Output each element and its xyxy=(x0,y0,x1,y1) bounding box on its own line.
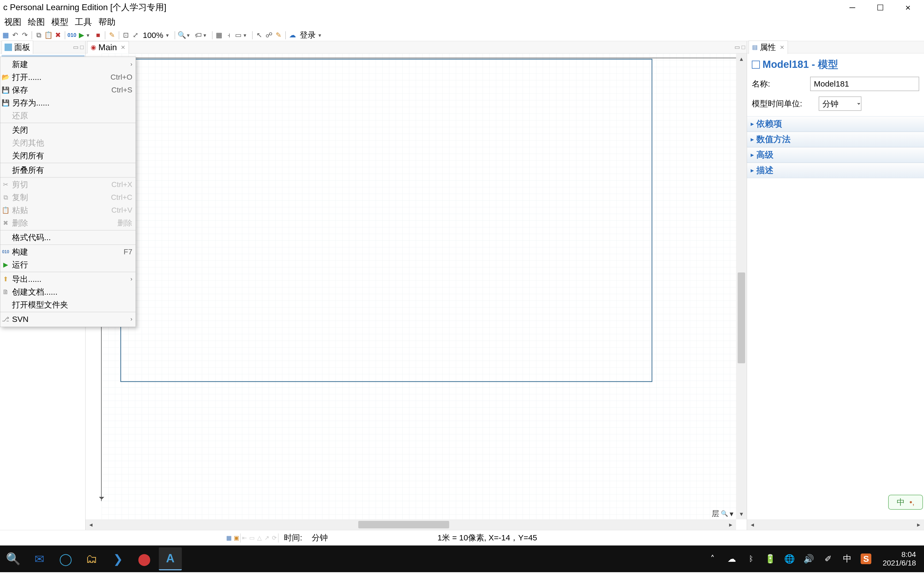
tray-pen-icon[interactable]: ✐ xyxy=(822,553,834,565)
menu-tools[interactable]: 工具 xyxy=(72,15,95,30)
prop-name-input[interactable] xyxy=(810,77,919,91)
connector-icon[interactable]: ☍ xyxy=(265,31,273,40)
zoom-fit-icon[interactable]: ⤢ xyxy=(131,31,140,40)
ctx-close-all[interactable]: 关闭所有 xyxy=(0,149,136,162)
layout-dropdown-icon[interactable]: ▾ xyxy=(244,32,250,39)
ctx-run[interactable]: ▶ 运行 xyxy=(0,258,136,271)
login-link[interactable]: 登录 xyxy=(297,30,318,40)
copy-icon[interactable]: ⧉ xyxy=(34,31,43,40)
scroll-left-icon[interactable]: ◂ xyxy=(747,521,758,529)
ctx-collapse-all[interactable]: 折叠所有 xyxy=(0,164,136,177)
ime-indicator[interactable]: 中 •, xyxy=(888,495,923,510)
canvas[interactable]: 层 🔍 ▾ ▴ ▾ ◂ ▸ xyxy=(86,53,747,530)
ctx-new[interactable]: 新建 › xyxy=(0,58,136,71)
horizontal-scrollbar[interactable]: ◂ ▸ xyxy=(86,519,736,530)
tag-dropdown-icon[interactable]: ▾ xyxy=(204,32,210,39)
menu-help[interactable]: 帮助 xyxy=(95,15,119,30)
pointer-icon[interactable]: ↖ xyxy=(255,31,264,40)
tray-bluetooth-icon[interactable]: ᛒ xyxy=(745,553,757,565)
prop-timeunit-select[interactable]: 分钟 xyxy=(819,97,861,111)
tab-panel[interactable]: 面板 xyxy=(2,40,33,54)
taskbar-anylogic[interactable]: A xyxy=(159,547,182,570)
redo-icon[interactable]: ↷ xyxy=(20,31,29,40)
tray-onedrive-icon[interactable]: ☁ xyxy=(726,553,738,565)
paste-icon[interactable]: 📋 xyxy=(44,31,53,40)
login-dropdown-icon[interactable]: ▾ xyxy=(318,32,325,39)
tray-sogou-icon[interactable]: S xyxy=(861,553,871,564)
section-advanced[interactable]: ▸ 高级 xyxy=(747,147,924,163)
stop-icon[interactable]: ■ xyxy=(94,31,103,40)
taskbar-edge[interactable]: ◯ xyxy=(54,547,77,570)
tab-main[interactable]: ◉ Main ⨯ xyxy=(87,41,129,53)
align-icon[interactable]: ⫞ xyxy=(224,31,233,40)
run-dropdown-icon[interactable]: ▾ xyxy=(87,32,93,39)
maximize-button[interactable]: ☐ xyxy=(872,2,889,13)
edit-icon[interactable]: ✎ xyxy=(107,31,116,40)
grid-icon[interactable]: ▦ xyxy=(215,31,224,40)
status-icon-1[interactable]: ▦ xyxy=(225,534,233,542)
ctx-close[interactable]: 关闭 xyxy=(0,124,136,137)
tray-volume-icon[interactable]: 🔊 xyxy=(803,553,815,565)
vertical-scrollbar[interactable]: ▴ ▾ xyxy=(736,53,747,519)
ctx-format-code[interactable]: 格式代码... xyxy=(0,231,136,244)
ctx-build[interactable]: 010 构建 F7 xyxy=(0,245,136,258)
tab-properties[interactable]: ▤ 属性 ⨯ xyxy=(749,40,788,54)
taskbar-clock[interactable]: 8:04 2021/6/18 xyxy=(879,550,920,567)
section-dependencies[interactable]: ▸ 依赖项 xyxy=(747,116,924,132)
layer-control[interactable]: 层 🔍 ▾ xyxy=(712,509,733,519)
taskbar-explorer[interactable]: 🗂 xyxy=(80,547,103,570)
taskbar-record[interactable]: ⬤ xyxy=(132,547,156,570)
section-description[interactable]: ▸ 描述 xyxy=(747,163,924,178)
tray-ime-icon[interactable]: 中 xyxy=(842,553,853,565)
search-dropdown-icon[interactable]: ▾ xyxy=(187,32,193,39)
delete-icon[interactable]: ✖ xyxy=(53,31,63,40)
layer-dropdown-icon[interactable]: ▾ xyxy=(730,509,733,518)
restore-panel-icon[interactable]: □ xyxy=(80,44,84,51)
menu-view[interactable]: 视图 xyxy=(1,15,24,30)
taskbar-arrow-app[interactable]: ❯ xyxy=(107,547,129,570)
layer-search-icon[interactable]: 🔍 xyxy=(721,510,728,517)
highlight-icon[interactable]: ✎ xyxy=(274,31,283,40)
zoom-reset-icon[interactable]: ⊡ xyxy=(121,31,131,40)
undo-icon[interactable]: ↶ xyxy=(11,31,20,40)
ctx-save-as[interactable]: 💾 另存为...... xyxy=(0,97,136,109)
ctx-svn[interactable]: ⎇ SVN › xyxy=(0,313,136,326)
build-icon[interactable]: 010 xyxy=(67,31,76,40)
menu-model[interactable]: 模型 xyxy=(48,15,72,30)
minimize-editor-icon[interactable]: ▭ xyxy=(735,44,740,51)
menu-draw[interactable]: 绘图 xyxy=(24,15,48,30)
layout-icon[interactable]: ▭ xyxy=(234,31,243,40)
zoom-level[interactable]: 100% xyxy=(141,31,165,40)
close-tab-icon[interactable]: ⨯ xyxy=(780,44,784,51)
run-icon[interactable]: ▶ xyxy=(77,31,86,40)
minimize-button[interactable]: ─ xyxy=(844,2,861,13)
section-numeric[interactable]: ▸ 数值方法 xyxy=(747,132,924,147)
ctx-export[interactable]: ⬆ 导出...... › xyxy=(0,273,136,285)
maximize-editor-icon[interactable]: □ xyxy=(741,44,745,51)
scroll-up-icon[interactable]: ▴ xyxy=(740,53,743,64)
scroll-thumb[interactable] xyxy=(358,521,449,529)
scroll-down-icon[interactable]: ▾ xyxy=(740,509,743,519)
tray-network-icon[interactable]: 🌐 xyxy=(783,553,795,565)
close-window-button[interactable]: × xyxy=(900,2,916,13)
ctx-open[interactable]: 📂 打开...... Ctrl+O xyxy=(0,71,136,84)
cloud-icon[interactable]: ☁ xyxy=(288,31,297,40)
taskbar-search[interactable]: 🔍 xyxy=(2,547,24,570)
tray-battery-icon[interactable]: 🔋 xyxy=(764,553,776,565)
scroll-right-icon[interactable]: ▸ xyxy=(913,521,924,529)
minimize-panel-icon[interactable]: ▭ xyxy=(73,44,79,51)
scroll-thumb[interactable] xyxy=(738,272,745,363)
properties-scrollbar[interactable]: ◂ ▸ xyxy=(747,519,924,530)
ctx-create-doc[interactable]: 🗎 创建文档...... xyxy=(0,285,136,298)
zoom-dropdown-icon[interactable]: ▾ xyxy=(166,32,173,39)
status-icon-2[interactable]: ▣ xyxy=(233,534,240,542)
ctx-open-model-folder[interactable]: 打开模型文件夹 xyxy=(0,298,136,311)
ctx-save[interactable]: 💾 保存 Ctrl+S xyxy=(0,84,136,97)
scroll-left-icon[interactable]: ◂ xyxy=(86,521,96,529)
taskbar-outlook[interactable]: ✉ xyxy=(28,547,51,570)
close-tab-icon[interactable]: ⨯ xyxy=(121,44,125,51)
new-icon[interactable]: ▦ xyxy=(1,31,10,40)
scroll-right-icon[interactable]: ▸ xyxy=(725,521,736,529)
model-frame[interactable] xyxy=(120,59,653,382)
tray-overflow-icon[interactable]: ˄ xyxy=(707,553,719,565)
